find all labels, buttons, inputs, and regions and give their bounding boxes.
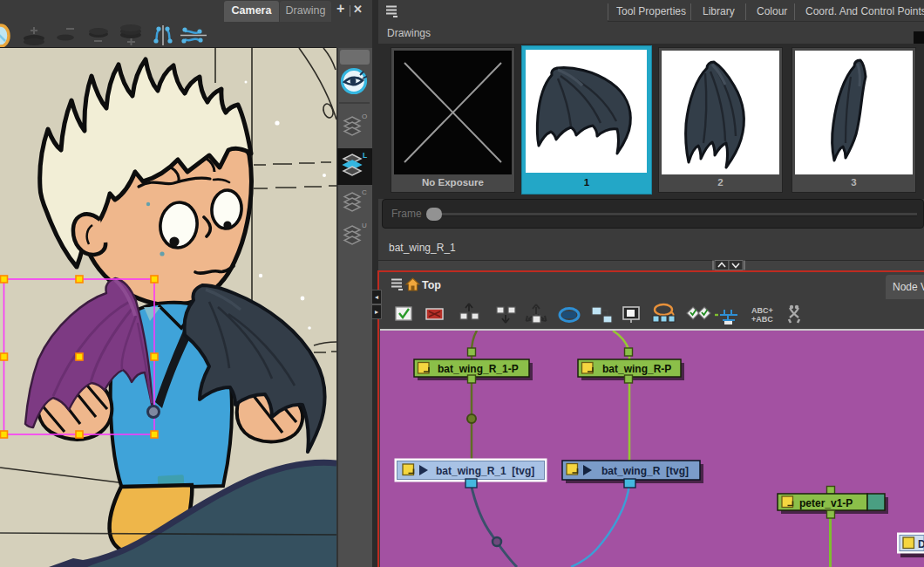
svg-text:L: L	[363, 151, 367, 160]
svg-text:O: O	[362, 113, 367, 120]
svg-text:bat_wing_R [tvg]: bat_wing_R [tvg]	[601, 465, 689, 477]
svg-text:bat_wing_R_1-P: bat_wing_R_1-P	[438, 363, 519, 375]
svg-text:C: C	[362, 188, 367, 196]
svg-text:bat_wing_R_1 [tvg]: bat_wing_R_1 [tvg]	[436, 465, 534, 477]
svg-text:U: U	[362, 222, 367, 229]
svg-text:ABC+: ABC+	[751, 306, 773, 315]
svg-text:+ABC: +ABC	[751, 315, 773, 324]
svg-text:peter_v1-P: peter_v1-P	[799, 497, 853, 509]
svg-text:D: D	[918, 538, 924, 550]
svg-text:bat_wing_R-P: bat_wing_R-P	[602, 363, 671, 375]
